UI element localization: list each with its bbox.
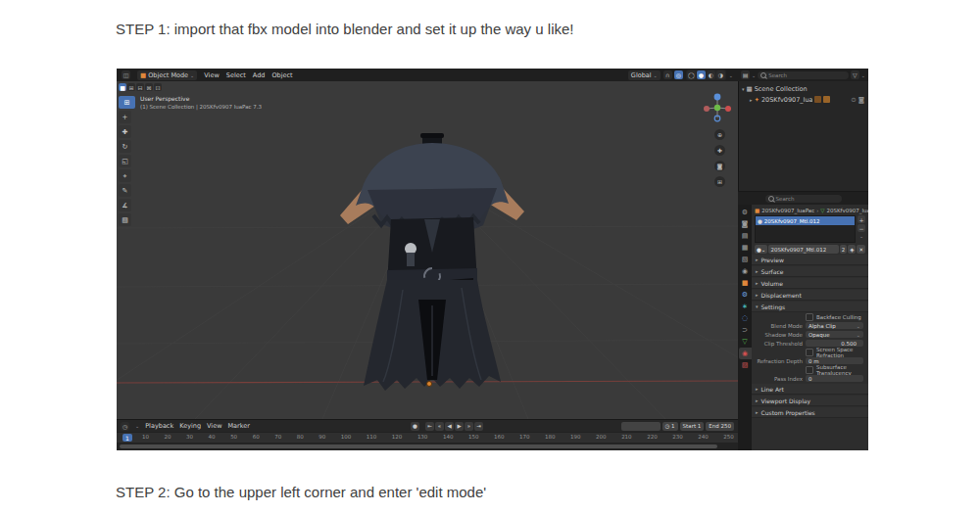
- outliner-search-input[interactable]: Search: [758, 71, 849, 79]
- wireframe-shading-icon[interactable]: ◯: [687, 70, 696, 79]
- clip-threshold-field[interactable]: 0.500: [806, 340, 863, 347]
- pan-nav-icon[interactable]: ✚: [714, 145, 725, 156]
- fake-user-icon[interactable]: ◈: [848, 245, 856, 254]
- pass-index-field[interactable]: 0: [806, 375, 863, 382]
- tab-scene-icon[interactable]: ▧: [739, 254, 752, 265]
- tab-modifiers-icon[interactable]: ⚙: [739, 289, 752, 301]
- tab-texture-icon[interactable]: ▨: [739, 359, 752, 371]
- disable-render-icon[interactable]: ◙: [858, 96, 864, 104]
- material-slot-list[interactable]: ● 20SKfv0907_Mtl.012: [755, 215, 856, 243]
- prev-keyframe-icon[interactable]: «: [435, 422, 444, 431]
- camera-view-icon[interactable]: ◙: [714, 161, 725, 171]
- tab-material-icon[interactable]: ◉: [739, 348, 752, 359]
- editor-type-icon[interactable]: ◫: [122, 70, 130, 79]
- rotate-tool-icon[interactable]: ↻: [119, 140, 131, 153]
- panel-preview[interactable]: ▸Preview: [752, 255, 868, 265]
- chevron-down-icon[interactable]: ⌄: [861, 72, 865, 78]
- disclosure-triangle-icon[interactable]: ▾: [742, 86, 745, 92]
- panel-settings[interactable]: ▾ Settings: [752, 302, 868, 312]
- playback-sync-dropdown[interactable]: [621, 422, 661, 431]
- move-tool-icon[interactable]: ✚: [119, 125, 131, 138]
- tab-tool-icon[interactable]: ⚙: [739, 207, 752, 218]
- panel-custom-properties[interactable]: ▸Custom Properties: [752, 407, 868, 418]
- select-subtract-icon[interactable]: ⊟: [136, 83, 144, 91]
- select-intersect-icon[interactable]: ⊡: [154, 83, 162, 91]
- shadow-mode-dropdown[interactable]: Opaque⌄: [806, 331, 863, 338]
- annotate-tool-icon[interactable]: ✎: [119, 184, 131, 197]
- tab-object-data-icon[interactable]: ▽: [739, 336, 752, 348]
- material-name-field[interactable]: 20SKfv0907_Mtl.012: [768, 245, 838, 254]
- character-model[interactable]: [334, 133, 530, 396]
- properties-search-input[interactable]: Search: [765, 195, 842, 203]
- mode-dropdown[interactable]: ■ Object Mode ⌄: [137, 70, 197, 80]
- add-cube-tool-icon[interactable]: ▧: [119, 213, 131, 226]
- users-count-badge[interactable]: 2: [840, 245, 848, 254]
- select-box-tool-icon[interactable]: ⊞: [119, 96, 135, 109]
- outliner-row-scene-collection[interactable]: ▾ ▦ Scene Collection: [738, 83, 868, 94]
- current-frame-marker[interactable]: 1: [122, 434, 132, 442]
- tab-object-icon[interactable]: ■: [739, 277, 752, 289]
- menu-select[interactable]: Select: [226, 71, 246, 79]
- material-slot-row[interactable]: ● 20SKfv0907_Mtl.012: [756, 216, 855, 225]
- navigation-gizmo[interactable]: [702, 92, 733, 123]
- browse-material-icon[interactable]: ●⌄: [755, 245, 767, 254]
- tab-constraints-icon[interactable]: ⊃: [739, 324, 752, 336]
- tab-physics-icon[interactable]: ◌: [739, 312, 752, 324]
- add-slot-button[interactable]: +: [858, 215, 865, 223]
- chevron-down-icon[interactable]: ⌄: [729, 72, 733, 78]
- orientation-dropdown[interactable]: Global ⌄: [628, 70, 661, 80]
- jump-start-icon[interactable]: ⇤: [425, 422, 434, 431]
- menu-add[interactable]: Add: [253, 71, 266, 79]
- frame-end-field[interactable]: End 250: [706, 422, 734, 431]
- solid-shading-icon[interactable]: ●: [697, 70, 706, 79]
- transform-tool-icon[interactable]: ⌖: [119, 169, 131, 182]
- snap-magnet-icon[interactable]: ∩: [663, 70, 672, 79]
- timeline-menu-keying[interactable]: Keying: [179, 422, 201, 430]
- filter-icon[interactable]: ▽: [851, 70, 859, 79]
- timeline-scrollbar[interactable]: [117, 443, 738, 450]
- tab-render-icon[interactable]: ◙: [739, 218, 752, 230]
- disclosure-triangle-icon[interactable]: ▸: [750, 97, 753, 103]
- outliner-row-object[interactable]: ▸ ✦ 20SKfv0907_IuaPac ⊙ ◙: [738, 94, 868, 105]
- next-keyframe-icon[interactable]: »: [465, 422, 473, 431]
- tab-particles-icon[interactable]: ∗: [739, 301, 752, 312]
- current-frame-field[interactable]: ◷ 1: [662, 422, 678, 431]
- screen-space-refraction-checkbox[interactable]: [806, 349, 813, 356]
- timeline-editor-icon[interactable]: ◷: [121, 422, 129, 431]
- rendered-shading-icon[interactable]: ◑: [716, 70, 725, 79]
- scrollbar-thumb[interactable]: [120, 444, 717, 448]
- auto-keying-icon[interactable]: ●: [411, 422, 419, 431]
- frame-start-field[interactable]: Start 1: [680, 422, 705, 431]
- select-invert-icon[interactable]: ⊠: [145, 83, 153, 91]
- proportional-editing-icon[interactable]: ◎: [674, 70, 683, 79]
- select-extend-icon[interactable]: ⊞: [127, 83, 135, 91]
- measure-tool-icon[interactable]: ∡: [119, 199, 131, 211]
- slot-specials-icon[interactable]: ⌄: [858, 233, 865, 239]
- timeline-menu-marker[interactable]: Marker: [228, 422, 250, 430]
- remove-slot-button[interactable]: −: [858, 224, 865, 232]
- panel-surface[interactable]: ▸Surface: [752, 266, 868, 277]
- play-reverse-icon[interactable]: ◀: [445, 422, 454, 431]
- tab-view-layer-icon[interactable]: ▦: [739, 242, 752, 254]
- play-icon[interactable]: ▶: [455, 422, 464, 431]
- panel-volume[interactable]: ▸Volume: [752, 278, 868, 289]
- blend-mode-dropdown[interactable]: Alpha Clip⌄: [806, 322, 863, 329]
- scale-tool-icon[interactable]: ◱: [119, 155, 131, 167]
- panel-displacement[interactable]: ▸Displacement: [752, 290, 868, 301]
- zoom-nav-icon[interactable]: ⊕: [714, 129, 725, 140]
- menu-view[interactable]: View: [204, 71, 219, 79]
- panel-line-art[interactable]: ▸Line Art: [752, 384, 868, 395]
- jump-end-icon[interactable]: ⇥: [474, 422, 483, 431]
- subsurface-translucency-checkbox[interactable]: [806, 366, 813, 374]
- panel-viewport-display[interactable]: ▸Viewport Display: [752, 396, 868, 406]
- timeline-ruler[interactable]: 1 10203040506070809010011012013014015016…: [117, 432, 738, 443]
- backface-culling-checkbox[interactable]: [806, 313, 813, 321]
- cursor-tool-icon[interactable]: +: [119, 111, 131, 123]
- hide-viewport-icon[interactable]: ⊙: [851, 96, 856, 104]
- material-shading-icon[interactable]: ◐: [707, 70, 715, 79]
- timeline-menu-playback[interactable]: Playback: [145, 422, 173, 430]
- perspective-toggle-icon[interactable]: ⊞: [714, 176, 725, 187]
- refraction-depth-field[interactable]: 0 m: [806, 357, 863, 364]
- menu-object[interactable]: Object: [271, 71, 292, 79]
- tab-output-icon[interactable]: ▤: [739, 230, 752, 242]
